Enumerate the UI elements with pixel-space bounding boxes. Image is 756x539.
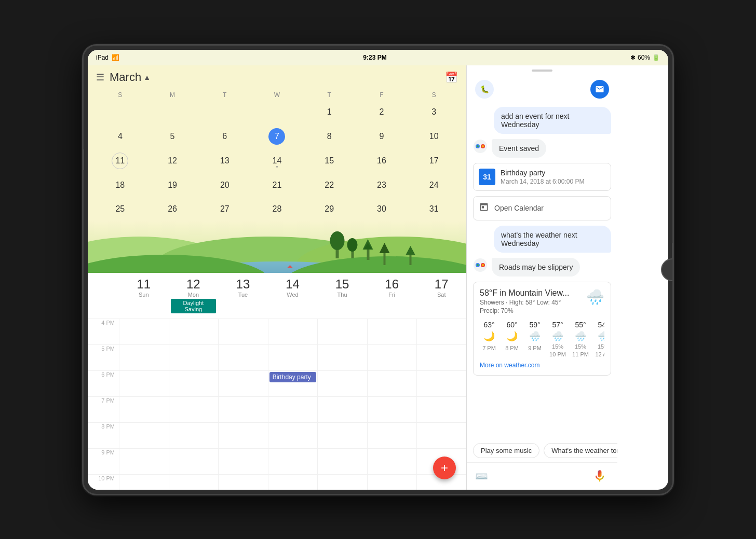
cell-thu-10pm[interactable] xyxy=(317,475,367,490)
cell-sat-5pm[interactable] xyxy=(416,345,466,370)
suggestion-play-music[interactable]: Play some music xyxy=(473,443,539,458)
cell-sun-6pm[interactable] xyxy=(119,371,169,396)
cal-day-4[interactable]: 4 xyxy=(94,124,146,149)
suggestion-weather-tomorrow[interactable]: What's the weather tome xyxy=(544,443,617,458)
cell-sun-10pm[interactable] xyxy=(119,475,169,490)
week-day-header-tue[interactable]: 13 Tue xyxy=(218,277,268,314)
cell-mon-10pm[interactable] xyxy=(169,475,219,490)
cell-tue-4pm[interactable] xyxy=(218,319,268,344)
cell-mon-9pm[interactable] xyxy=(169,449,219,474)
cell-wed-6pm[interactable]: Birthday party xyxy=(268,371,318,396)
cal-day-10[interactable]: 10 xyxy=(408,124,460,149)
cell-sat-6pm[interactable] xyxy=(416,371,466,396)
cell-wed-7pm[interactable] xyxy=(268,397,318,422)
cell-tue-10pm[interactable] xyxy=(218,475,268,490)
cal-day-11[interactable]: 11 xyxy=(94,149,146,174)
cell-fri-6pm[interactable] xyxy=(367,371,417,396)
cal-day-8[interactable]: 8 xyxy=(303,124,356,149)
cal-day-13[interactable]: 13 xyxy=(198,149,251,174)
cell-thu-9pm[interactable] xyxy=(317,449,367,474)
week-day-header-thu[interactable]: 15 Thu xyxy=(317,277,367,314)
cell-fri-4pm[interactable] xyxy=(367,319,417,344)
cal-day-30[interactable]: 30 xyxy=(356,197,408,221)
cell-fri-10pm[interactable] xyxy=(367,475,417,490)
cell-sat-4pm[interactable] xyxy=(416,319,466,344)
month-arrow-icon[interactable]: ▲ xyxy=(143,73,151,81)
cell-wed-8pm[interactable] xyxy=(268,423,318,448)
add-event-fab[interactable]: + xyxy=(433,457,456,479)
daylight-saving-event[interactable]: Daylight Saving xyxy=(171,299,217,313)
cell-tue-9pm[interactable] xyxy=(218,449,268,474)
cal-day-27[interactable]: 27 xyxy=(198,197,251,221)
cell-tue-5pm[interactable] xyxy=(218,345,268,370)
cell-mon-6pm[interactable] xyxy=(169,371,219,396)
keyboard-icon[interactable]: ⌨️ xyxy=(475,470,488,482)
cal-day-5[interactable]: 5 xyxy=(146,124,199,149)
cell-sat-8pm[interactable] xyxy=(416,423,466,448)
cell-thu-5pm[interactable] xyxy=(317,345,367,370)
mail-button[interactable] xyxy=(590,80,609,99)
cal-day-25[interactable]: 25 xyxy=(94,197,146,221)
week-day-header-sat[interactable]: 17 Sat xyxy=(416,277,466,314)
cell-tue-6pm[interactable] xyxy=(218,371,268,396)
cell-thu-4pm[interactable] xyxy=(317,319,367,344)
cal-day-15[interactable]: 15 xyxy=(303,149,356,174)
cell-fri-8pm[interactable] xyxy=(367,423,417,448)
week-day-header-wed[interactable]: 14 Wed xyxy=(268,277,318,314)
cell-wed-5pm[interactable] xyxy=(268,345,318,370)
assistant-drag-handle[interactable] xyxy=(467,65,617,76)
cell-mon-7pm[interactable] xyxy=(169,397,219,422)
cell-sun-7pm[interactable] xyxy=(119,397,169,422)
mic-button[interactable] xyxy=(590,467,609,486)
hamburger-icon[interactable]: ☰ xyxy=(96,72,104,83)
cal-day-3[interactable]: 3 xyxy=(408,101,460,125)
cal-day-17[interactable]: 17 xyxy=(408,149,460,174)
cell-thu-8pm[interactable] xyxy=(317,423,367,448)
cal-day-28[interactable]: 28 xyxy=(251,197,303,221)
cell-wed-9pm[interactable] xyxy=(268,449,318,474)
calendar-view-icon[interactable]: 📅 xyxy=(445,71,458,84)
cell-thu-7pm[interactable] xyxy=(317,397,367,422)
week-day-header-sun[interactable]: 11 Sun xyxy=(119,277,169,314)
week-day-header-mon[interactable]: 12 Mon Daylight Saving xyxy=(169,277,219,314)
cell-wed-4pm[interactable] xyxy=(268,319,318,344)
cell-thu-6pm[interactable] xyxy=(317,371,367,396)
open-calendar-button[interactable]: Open Calendar xyxy=(473,196,611,220)
cal-day-14[interactable]: 14 xyxy=(251,149,303,174)
cell-fri-7pm[interactable] xyxy=(367,397,417,422)
cal-day-16[interactable]: 16 xyxy=(356,149,408,174)
cell-sun-8pm[interactable] xyxy=(119,423,169,448)
cal-day-9[interactable]: 9 xyxy=(356,124,408,149)
cal-day-29[interactable]: 29 xyxy=(303,197,356,221)
cell-mon-5pm[interactable] xyxy=(169,345,219,370)
cal-day-2[interactable]: 2 xyxy=(356,101,408,125)
birthday-party-event[interactable]: Birthday party xyxy=(269,372,317,382)
cell-tue-8pm[interactable] xyxy=(218,423,268,448)
cal-day-7-today[interactable]: 7 xyxy=(251,124,303,149)
cell-wed-10pm[interactable] xyxy=(268,475,318,490)
cal-day-19[interactable]: 19 xyxy=(146,173,199,197)
cell-sun-5pm[interactable] xyxy=(119,345,169,370)
cell-mon-4pm[interactable] xyxy=(169,319,219,344)
event-card[interactable]: 31 Birthday party March 14, 2018 at 6:00… xyxy=(473,163,611,191)
cal-day-18[interactable]: 18 xyxy=(94,173,146,197)
cal-day-24[interactable]: 24 xyxy=(408,173,460,197)
cell-fri-9pm[interactable] xyxy=(367,449,417,474)
cal-day-1[interactable]: 1 xyxy=(303,101,356,125)
cell-tue-7pm[interactable] xyxy=(218,397,268,422)
cell-sun-9pm[interactable] xyxy=(119,449,169,474)
weather-more-link[interactable]: More on weather.com xyxy=(480,362,604,369)
cell-fri-5pm[interactable] xyxy=(367,345,417,370)
cell-sat-7pm[interactable] xyxy=(416,397,466,422)
cell-sun-4pm[interactable] xyxy=(119,319,169,344)
cell-mon-8pm[interactable] xyxy=(169,423,219,448)
week-day-header-fri[interactable]: 16 Fri xyxy=(367,277,417,314)
cal-day-23[interactable]: 23 xyxy=(356,173,408,197)
cal-day-31[interactable]: 31 xyxy=(408,197,460,221)
cal-day-20[interactable]: 20 xyxy=(198,173,251,197)
cal-day-22[interactable]: 22 xyxy=(303,173,356,197)
cal-day-21[interactable]: 21 xyxy=(251,173,303,197)
cal-day-6[interactable]: 6 xyxy=(198,124,251,149)
cal-day-26[interactable]: 26 xyxy=(146,197,199,221)
cal-day-12[interactable]: 12 xyxy=(146,149,199,174)
